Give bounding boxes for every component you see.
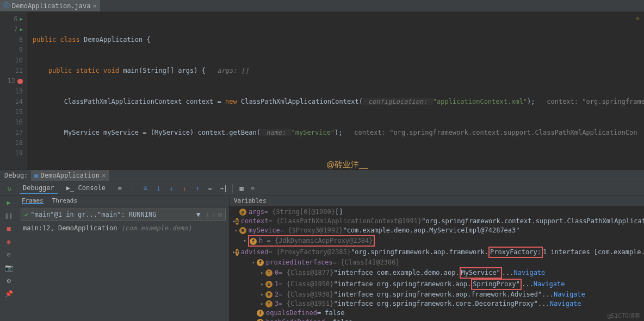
tab-console[interactable]: ▶_ Console [63, 183, 109, 194]
debug-config-tab[interactable]: ▣ DemoApplication × [31, 170, 109, 181]
filter-frames-icon[interactable]: ▤ [218, 211, 222, 218]
editor-tab-label: DemoApplication.java [12, 2, 91, 10]
app-icon: ▣ [34, 172, 38, 179]
var-equalsdefined[interactable]: fequalsDefined = false [233, 309, 641, 318]
var-advised[interactable]: ▸fadvised = {ProxyFactory@2385} "org.spr… [233, 247, 641, 258]
run-icon[interactable]: ▶ [20, 24, 23, 35]
resume-icon[interactable]: ▶ [4, 198, 14, 207]
var-h[interactable]: ▾fh = {JdkDynamicAopProxy@2384} [233, 235, 641, 247]
trace-icon[interactable]: ≡ [247, 183, 258, 194]
var-interface-0[interactable]: ▸≡0 = {Class@1877} "interface com.exampl… [233, 267, 641, 279]
navigate-link[interactable]: Navigate [554, 290, 585, 299]
check-icon: ✔ [24, 211, 28, 218]
step-into-icon[interactable]: ↓ [166, 183, 177, 194]
stack-frame[interactable]: main:12, DemoApplication (com.example.de… [17, 223, 229, 234]
rerun-icon[interactable]: ↻ [3, 182, 15, 194]
mute-breakpoints-icon[interactable]: ⊘ [4, 250, 14, 260]
step-out-icon[interactable]: ↑ [192, 183, 203, 194]
code-editor[interactable]: ⚠ 6▶ 7▶ 8 9 10 11 12 13 14 15 16 17 18 1… [0, 12, 644, 169]
stop-icon[interactable]: ■ [4, 224, 14, 234]
view-breakpoints-icon[interactable]: ◉ [4, 237, 14, 247]
settings-icon[interactable]: ⚙ [4, 276, 14, 286]
tab-threads[interactable]: Threads [52, 197, 77, 204]
pin-icon[interactable]: 📌 [4, 289, 14, 299]
navigate-link[interactable]: Navigate [534, 280, 565, 289]
code-area[interactable]: public class DemoApplication { public st… [27, 12, 644, 169]
footer-watermark: @51CTO博客 [607, 312, 641, 320]
variables-tree[interactable]: pargs = {String[0]@1990} [] ▸≡context = … [230, 206, 644, 321]
console-icon: ▶_ [66, 184, 74, 192]
debug-window-header: Debug: ▣ DemoApplication × [0, 169, 644, 181]
next-frame-icon[interactable]: ↓ [212, 211, 216, 218]
var-context[interactable]: ▸≡context = {ClassPathXmlApplicationCont… [233, 217, 641, 226]
get-thread-dump-icon[interactable]: 📷 [4, 263, 14, 273]
run-icon[interactable]: ▶ [20, 14, 23, 24]
navigate-link[interactable]: Navigate [514, 268, 546, 278]
debug-side-toolbar: ▶ ❚❚ ■ ◉ ⊘ 📷 ⚙ 📌 [0, 196, 17, 321]
var-interface-1[interactable]: ▸≡1 = {Class@1950} "interface org.spring… [233, 279, 641, 290]
breakpoint-icon[interactable] [17, 79, 23, 84]
var-myservice[interactable]: ▾≡mySevice = {$Proxy3@1992} "com.example… [233, 226, 641, 235]
var-proxiedinterfaces[interactable]: ▾fproxiedInterfaces = {Class[4]@2386} [233, 258, 641, 267]
thread-selector[interactable]: ✔ "main"@1 in gr..."main": RUNNING ▼ ↑ ↓… [21, 209, 226, 221]
threads-icon[interactable]: ≡ [114, 183, 125, 194]
var-interface-3[interactable]: ▸≡3 = {Class@1951} "interface org.spring… [233, 299, 641, 309]
variables-title: Variables [234, 197, 267, 204]
var-args[interactable]: pargs = {String[0]@1990} [] [233, 207, 641, 217]
variables-panel: Variables pargs = {String[0]@1990} [] ▸≡… [230, 196, 644, 321]
java-class-icon: ⓒ [3, 1, 10, 10]
tab-frames[interactable]: Frames [22, 197, 44, 204]
close-icon[interactable]: × [102, 172, 106, 179]
editor-gutter: 6▶ 7▶ 8 9 10 11 12 13 14 15 16 17 18 19 [0, 12, 27, 169]
tab-debugger[interactable]: Debugger [20, 183, 58, 194]
drop-frame-icon[interactable]: ⇤ [205, 183, 216, 194]
watermark: @砖业洋__ [326, 160, 368, 170]
editor-tab-bar: ⓒ DemoApplication.java × [0, 0, 644, 12]
var-hashcodedefined[interactable]: fhashCodeDefined = false [233, 318, 641, 321]
run-to-cursor-icon[interactable]: →| [218, 183, 229, 194]
debug-toolbar: ↻ Debugger ▶_ Console ≡ ≚ ⤵ ↓ ↓ ↑ ⇤ →| ▦… [0, 181, 644, 196]
step-over-icon[interactable]: ⤵ [153, 183, 164, 194]
close-tab-icon[interactable]: × [93, 2, 97, 10]
debug-body: ▶ ❚❚ ■ ◉ ⊘ 📷 ⚙ 📌 Frames Threads ✔ "main"… [0, 196, 644, 321]
var-interface-2[interactable]: ▸≡2 = {Class@1938} "interface org.spring… [233, 290, 641, 299]
navigate-link[interactable]: Navigate [550, 299, 581, 309]
debug-title: Debug: [4, 172, 28, 179]
evaluate-icon[interactable]: ▦ [236, 183, 247, 194]
prev-frame-icon[interactable]: ↑ [206, 211, 209, 218]
force-step-into-icon[interactable]: ↓ [179, 183, 190, 194]
frames-panel: Frames Threads ✔ "main"@1 in gr..."main"… [17, 196, 230, 321]
pause-icon[interactable]: ❚❚ [4, 211, 14, 221]
show-execution-point-icon[interactable]: ≚ [140, 183, 151, 194]
editor-tab-demoapplication[interactable]: ⓒ DemoApplication.java × [0, 0, 100, 11]
chevron-down-icon: ▼ [196, 211, 200, 218]
